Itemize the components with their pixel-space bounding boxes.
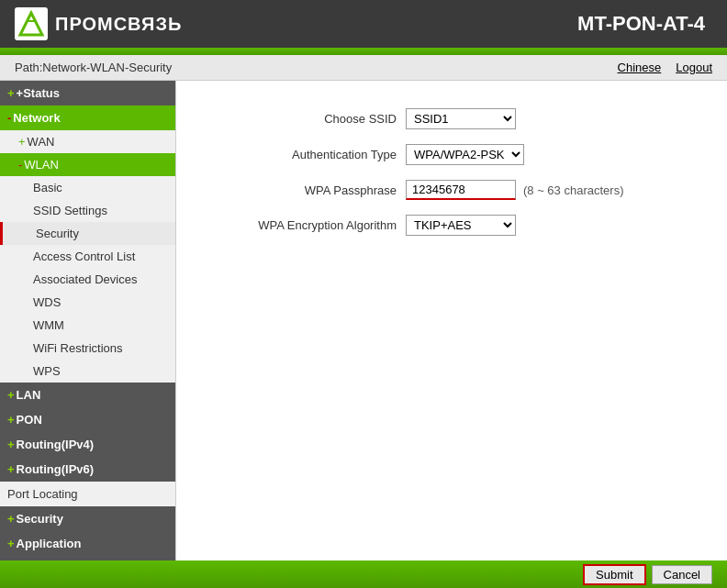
sidebar-item-ssid-settings[interactable]: SSID Settings (0, 199, 175, 222)
logout-link[interactable]: Logout (676, 61, 712, 74)
main-layout: ++Status -Network +WAN -WLAN Basic SSID … (0, 81, 727, 560)
minus-icon: - (7, 111, 11, 125)
auth-type-label: Authentication Type (213, 148, 397, 161)
cancel-button[interactable]: Cancel (652, 565, 712, 584)
plus-icon: + (18, 135, 26, 149)
sidebar-item-pon[interactable]: +PON (0, 407, 175, 432)
auth-type-select[interactable]: WPA/WPA2-PSK WEP None WPA-PSK WPA2-PSK (406, 144, 524, 165)
footer: Submit Cancel (0, 560, 727, 588)
sidebar-item-associated-devices[interactable]: Associated Devices (0, 268, 175, 291)
sidebar-item-access-control[interactable]: Access Control List (0, 245, 175, 268)
auth-type-row: Authentication Type WPA/WPA2-PSK WEP Non… (213, 144, 690, 165)
plus-icon: + (7, 438, 15, 451)
logo-icon (15, 7, 48, 40)
content-area: Choose SSID SSID1 SSID2 SSID3 SSID4 Auth… (176, 81, 727, 560)
green-bar (0, 48, 727, 55)
logo-text: ПРОМСВЯЗЬ (55, 14, 182, 35)
sidebar-item-wifi-restrictions[interactable]: WiFi Restrictions (0, 337, 175, 360)
sidebar-item-wan[interactable]: +WAN (0, 130, 175, 153)
passphrase-label: WPA Passphrase (213, 183, 397, 197)
logo-area: ПРОМСВЯЗЬ (15, 7, 182, 40)
choose-ssid-select[interactable]: SSID1 SSID2 SSID3 SSID4 (406, 108, 516, 129)
choose-ssid-row: Choose SSID SSID1 SSID2 SSID3 SSID4 (213, 108, 690, 129)
sidebar-item-port-locating[interactable]: Port Locating (0, 482, 175, 506)
sidebar-item-network[interactable]: -Network (0, 105, 175, 130)
breadcrumb: Path:Network-WLAN-Security (15, 61, 172, 74)
passphrase-control: (8 ~ 63 characters) (406, 180, 623, 200)
passphrase-row: WPA Passphrase (8 ~ 63 characters) (213, 180, 690, 200)
sidebar-item-application[interactable]: +Application (0, 531, 175, 556)
passphrase-hint: (8 ~ 63 characters) (523, 183, 623, 197)
encryption-control: TKIP+AES TKIP AES (406, 215, 516, 236)
sidebar-item-basic[interactable]: Basic (0, 176, 175, 199)
encryption-select[interactable]: TKIP+AES TKIP AES (406, 215, 516, 236)
sidebar-item-wmm[interactable]: WMM (0, 314, 175, 337)
device-name: MT-PON-AT-4 (577, 12, 705, 36)
encryption-row: WPA Encryption Algorithm TKIP+AES TKIP A… (213, 215, 690, 236)
sidebar: ++Status -Network +WAN -WLAN Basic SSID … (0, 81, 176, 560)
nav-bar: Path:Network-WLAN-Security Chinese Logou… (0, 55, 727, 81)
chinese-link[interactable]: Chinese (618, 61, 662, 74)
plus-icon: + (7, 537, 15, 550)
sidebar-item-routing-ipv4[interactable]: +Routing(IPv4) (0, 432, 175, 457)
plus-icon: + (7, 86, 15, 100)
auth-type-control: WPA/WPA2-PSK WEP None WPA-PSK WPA2-PSK (406, 144, 524, 165)
svg-rect-2 (28, 20, 34, 22)
sidebar-item-administration[interactable]: +Administration (0, 556, 175, 560)
submit-button[interactable]: Submit (583, 564, 645, 585)
sidebar-item-wds[interactable]: WDS (0, 291, 175, 314)
choose-ssid-control: SSID1 SSID2 SSID3 SSID4 (406, 108, 516, 129)
nav-links: Chinese Logout (618, 61, 712, 74)
plus-icon: + (7, 388, 15, 402)
passphrase-input[interactable] (406, 180, 516, 200)
plus-icon: + (7, 512, 15, 526)
sidebar-item-security-top[interactable]: +Security (0, 506, 175, 531)
sidebar-item-security[interactable]: Security (0, 222, 175, 245)
plus-icon: + (7, 413, 15, 427)
choose-ssid-label: Choose SSID (213, 112, 397, 126)
minus-icon: - (18, 158, 22, 172)
header: ПРОМСВЯЗЬ MT-PON-AT-4 (0, 0, 727, 48)
plus-icon: + (7, 462, 15, 476)
sidebar-item-routing-ipv6[interactable]: +Routing(IPv6) (0, 457, 175, 482)
sidebar-item-status[interactable]: ++Status (0, 81, 175, 105)
sidebar-item-lan[interactable]: +LAN (0, 383, 175, 407)
encryption-label: WPA Encryption Algorithm (213, 218, 397, 232)
sidebar-item-wps[interactable]: WPS (0, 360, 175, 383)
sidebar-item-wlan[interactable]: -WLAN (0, 153, 175, 176)
